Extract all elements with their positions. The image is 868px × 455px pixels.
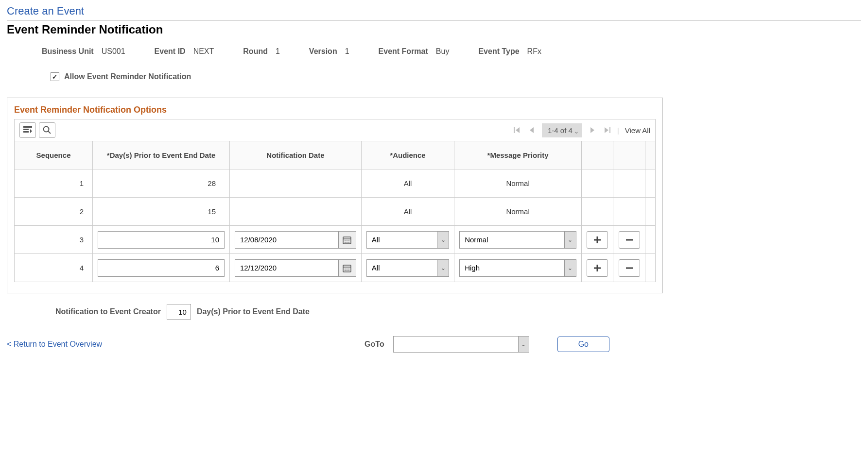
svg-point-21 bbox=[347, 269, 347, 270]
svg-point-23 bbox=[345, 270, 346, 271]
col-days-prior[interactable]: *Day(s) Prior to Event End Date bbox=[93, 141, 230, 169]
reminder-options-panel: Event Reminder Notification Options 1-4 … bbox=[7, 98, 663, 293]
event-type-value: RFx bbox=[527, 47, 541, 56]
sequence-cell: 4 bbox=[15, 254, 93, 282]
event-meta-row: Business Unit US001 Event ID NEXT Round … bbox=[7, 47, 861, 56]
audience-value: All bbox=[361, 198, 454, 226]
last-page-icon[interactable] bbox=[603, 126, 611, 135]
notification-creator-days-input[interactable] bbox=[167, 304, 191, 320]
audience-select[interactable] bbox=[366, 231, 449, 249]
remove-row-button[interactable] bbox=[619, 231, 640, 249]
svg-rect-28 bbox=[626, 267, 633, 269]
round-value: 1 bbox=[276, 47, 280, 56]
col-add bbox=[581, 141, 613, 169]
page-title: Event Reminder Notification bbox=[7, 23, 861, 36]
days-prior-input[interactable] bbox=[98, 231, 225, 249]
svg-point-12 bbox=[345, 242, 346, 243]
svg-point-25 bbox=[348, 270, 349, 271]
notification-creator-suffix: Day(s) Prior to Event End Date bbox=[197, 307, 310, 316]
grid-action-icon[interactable] bbox=[19, 122, 36, 138]
svg-point-9 bbox=[345, 240, 346, 241]
table-row: 215AllNormal bbox=[15, 198, 656, 226]
svg-point-13 bbox=[347, 242, 347, 243]
priority-value: Normal bbox=[454, 169, 582, 198]
divider bbox=[7, 20, 861, 21]
page-counter-dropdown[interactable]: 1-4 of 4 bbox=[542, 126, 582, 135]
svg-point-20 bbox=[345, 269, 346, 270]
version-value: 1 bbox=[345, 47, 349, 56]
add-row-button[interactable] bbox=[587, 231, 608, 249]
audience-value: All bbox=[361, 169, 454, 198]
svg-line-4 bbox=[48, 131, 51, 134]
svg-rect-1 bbox=[23, 129, 29, 130]
view-all-link[interactable]: View All bbox=[625, 126, 650, 135]
first-page-icon[interactable] bbox=[513, 126, 521, 135]
notification-date-value bbox=[230, 169, 362, 198]
toolbar-divider: | bbox=[617, 126, 619, 135]
days-prior-value: 15 bbox=[93, 198, 230, 226]
event-id-label: Event ID bbox=[155, 47, 186, 56]
sequence-cell: 2 bbox=[15, 198, 93, 226]
next-page-icon[interactable] bbox=[588, 126, 597, 135]
svg-rect-5 bbox=[514, 127, 515, 133]
days-prior-value: 28 bbox=[93, 169, 230, 198]
spacer-cell bbox=[645, 198, 655, 226]
svg-rect-16 bbox=[594, 239, 601, 240]
spacer-cell bbox=[645, 169, 655, 198]
grid-toolbar: 1-4 of 4 | View All bbox=[14, 119, 656, 141]
spacer-cell bbox=[645, 254, 655, 282]
add-row-button[interactable] bbox=[587, 259, 608, 277]
svg-point-10 bbox=[347, 240, 347, 241]
svg-rect-6 bbox=[609, 127, 610, 133]
search-icon[interactable] bbox=[39, 122, 55, 138]
allow-reminder-checkbox[interactable]: ✓ bbox=[51, 72, 59, 81]
col-priority[interactable]: *Message Priority bbox=[454, 141, 582, 169]
col-notification-date[interactable]: Notification Date bbox=[230, 141, 362, 169]
version-label: Version bbox=[309, 47, 337, 56]
svg-point-24 bbox=[347, 270, 347, 271]
notification-date-value bbox=[230, 198, 362, 226]
svg-point-14 bbox=[348, 242, 349, 243]
notification-date-input[interactable] bbox=[235, 259, 339, 277]
priority-value: Normal bbox=[454, 198, 582, 226]
notification-date-input[interactable] bbox=[235, 231, 339, 249]
col-remove bbox=[613, 141, 645, 169]
svg-rect-27 bbox=[594, 267, 601, 269]
table-row: 128AllNormal bbox=[15, 169, 656, 198]
calendar-icon[interactable] bbox=[339, 231, 356, 249]
days-prior-input[interactable] bbox=[98, 259, 225, 277]
svg-rect-17 bbox=[626, 239, 633, 240]
svg-point-3 bbox=[44, 127, 49, 132]
goto-label: GoTo bbox=[365, 340, 384, 349]
prev-page-icon[interactable] bbox=[527, 126, 536, 135]
go-button[interactable]: Go bbox=[557, 337, 609, 352]
priority-select[interactable] bbox=[459, 231, 576, 249]
notification-creator-label: Notification to Event Creator bbox=[55, 307, 161, 316]
goto-select[interactable] bbox=[393, 336, 529, 353]
priority-select[interactable] bbox=[459, 259, 576, 277]
col-sequence[interactable]: Sequence bbox=[15, 141, 93, 169]
sequence-cell: 3 bbox=[15, 226, 93, 254]
round-label: Round bbox=[243, 47, 268, 56]
calendar-icon[interactable] bbox=[339, 259, 356, 277]
event-format-value: Buy bbox=[436, 47, 450, 56]
business-unit-value: US001 bbox=[102, 47, 125, 56]
sequence-cell: 1 bbox=[15, 169, 93, 198]
business-unit-label: Business Unit bbox=[42, 47, 94, 56]
event-type-label: Event Type bbox=[478, 47, 519, 56]
table-row: 3⌄⌄ bbox=[15, 226, 656, 254]
col-spacer bbox=[645, 141, 655, 169]
panel-title: Event Reminder Notification Options bbox=[7, 105, 662, 119]
svg-point-22 bbox=[348, 269, 349, 270]
event-format-label: Event Format bbox=[379, 47, 428, 56]
allow-reminder-label: Allow Event Reminder Notification bbox=[64, 72, 191, 81]
svg-rect-2 bbox=[23, 131, 29, 133]
return-to-overview-link[interactable]: < Return to Event Overview bbox=[7, 340, 102, 349]
audience-select[interactable] bbox=[366, 259, 449, 277]
breadcrumb[interactable]: Create an Event bbox=[7, 5, 861, 20]
event-id-value: NEXT bbox=[193, 47, 214, 56]
remove-row-button[interactable] bbox=[619, 259, 640, 277]
col-audience[interactable]: *Audience bbox=[361, 141, 454, 169]
svg-rect-0 bbox=[23, 126, 32, 128]
reminder-grid: Sequence *Day(s) Prior to Event End Date… bbox=[14, 141, 656, 282]
